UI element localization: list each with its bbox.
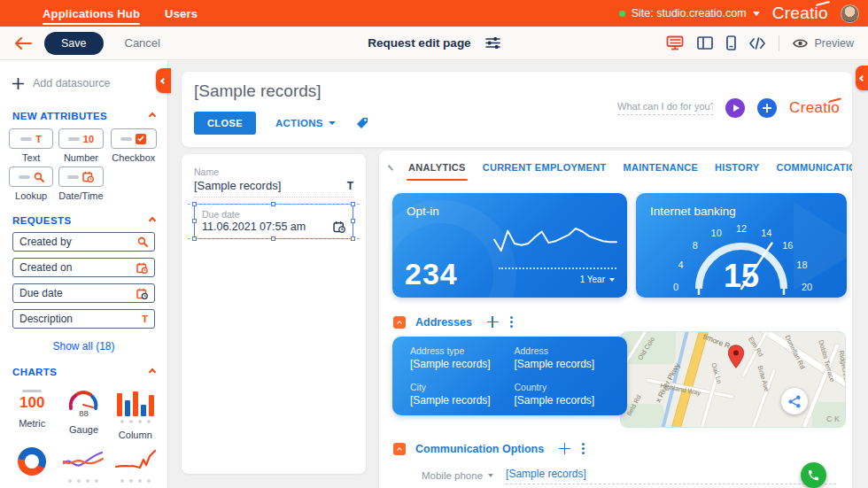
chart-tile-gauge[interactable]: 88 Gauge bbox=[60, 384, 106, 440]
collapse-section-icon[interactable] bbox=[393, 316, 406, 329]
site-selector[interactable]: Site: studio.creatio.com bbox=[619, 7, 760, 19]
tab-history[interactable]: HISTORY bbox=[715, 162, 759, 173]
name-field[interactable]: Name [Sample records] T bbox=[194, 167, 353, 198]
phone-call-fab[interactable] bbox=[801, 462, 826, 488]
page-design-canvas: [Sample records] CLOSE ACTIONS bbox=[168, 60, 868, 488]
attribute-tile-checkbox[interactable]: Checkbox bbox=[109, 128, 159, 163]
chart-tile-donut[interactable] bbox=[9, 442, 55, 483]
chart-tile-spline[interactable] bbox=[60, 442, 106, 483]
gauge-value: 15 bbox=[724, 258, 759, 294]
page-settings-icon[interactable] bbox=[485, 36, 500, 50]
more-options-icon[interactable] bbox=[508, 314, 515, 329]
close-button[interactable]: CLOSE bbox=[194, 112, 256, 135]
text-type-icon: T bbox=[142, 314, 148, 324]
attribute-tile-lookup[interactable]: Lookup bbox=[9, 167, 53, 201]
cancel-button[interactable]: Cancel bbox=[125, 36, 160, 50]
section-title: Communication Options bbox=[415, 443, 544, 455]
address-record-card[interactable]: Address type [Sample records] Address [S… bbox=[392, 337, 627, 415]
optin-line-chart-widget[interactable]: Opt-in 1 Year 234 bbox=[392, 193, 627, 298]
svg-text:4: 4 bbox=[678, 259, 684, 270]
svg-text:18: 18 bbox=[796, 259, 807, 270]
selection-handle[interactable] bbox=[192, 202, 197, 206]
attribute-tile-number[interactable]: 10 Number bbox=[58, 128, 103, 163]
map-attribution: C K bbox=[826, 414, 840, 423]
field-created-on[interactable]: Created on bbox=[12, 258, 155, 277]
chart-tile-column[interactable]: Column bbox=[112, 384, 159, 440]
tab-analytics[interactable]: ANALYTICS bbox=[408, 162, 466, 173]
field-due-date[interactable]: Due date bbox=[12, 283, 155, 303]
share-icon bbox=[788, 395, 801, 408]
assistant-input[interactable] bbox=[617, 101, 713, 115]
field-created-by[interactable]: Created by bbox=[12, 232, 155, 252]
add-address-button[interactable] bbox=[487, 316, 499, 328]
back-arrow-icon[interactable] bbox=[14, 37, 32, 50]
calendar-clock-icon bbox=[333, 221, 345, 233]
period-selector[interactable]: 1 Year bbox=[580, 275, 615, 284]
show-all-link[interactable]: Show all (18) bbox=[0, 340, 167, 352]
spline-chart-icon bbox=[63, 449, 104, 476]
tab-current-employment[interactable]: CURRENT EMPLOYMENT bbox=[483, 162, 607, 173]
user-avatar[interactable] bbox=[841, 4, 859, 23]
selection-handle[interactable] bbox=[351, 236, 355, 241]
search-icon bbox=[137, 236, 148, 247]
mobile-view-icon[interactable] bbox=[726, 35, 736, 50]
desktop-view-icon[interactable] bbox=[666, 35, 684, 50]
map-share-button[interactable] bbox=[781, 388, 808, 414]
nav-tab-applications-hub[interactable]: Applications Hub bbox=[43, 0, 140, 27]
attribute-tile-datetime[interactable]: Date/Time bbox=[58, 167, 103, 201]
more-options-icon[interactable] bbox=[580, 441, 586, 456]
play-icon bbox=[733, 105, 740, 112]
tab-maintenance[interactable]: MAINTENANCE bbox=[623, 162, 698, 173]
tag-icon[interactable] bbox=[355, 116, 369, 130]
chevron-left-icon bbox=[160, 77, 167, 83]
tab-communication-channels[interactable]: COMMUNICATION CHANNELS bbox=[776, 162, 852, 173]
sidebar-collapse-handle[interactable] bbox=[156, 68, 171, 93]
due-date-field-selected[interactable]: Due date 11.06.2021 07:55 am bbox=[194, 204, 353, 239]
channel-type-selector[interactable]: Mobile phone bbox=[422, 470, 493, 484]
address-field: Address type [Sample records] bbox=[410, 345, 515, 370]
attribute-tile-text[interactable]: T Text bbox=[9, 128, 53, 163]
communication-channel-row: Mobile phone [Sample records] bbox=[422, 468, 836, 484]
channel-value-link[interactable]: [Sample records] bbox=[506, 468, 836, 484]
chart-tile-line[interactable] bbox=[112, 442, 159, 483]
chevron-left-icon bbox=[858, 74, 864, 81]
split-view-icon[interactable] bbox=[697, 36, 713, 50]
actions-dropdown[interactable]: ACTIONS bbox=[275, 118, 336, 128]
svg-text:0: 0 bbox=[673, 282, 678, 292]
selection-handle[interactable] bbox=[271, 202, 275, 206]
selection-handle[interactable] bbox=[351, 202, 355, 206]
section-requests-header[interactable]: REQUESTS bbox=[12, 215, 155, 226]
optin-sparkline-path bbox=[494, 229, 616, 251]
section-charts-header[interactable]: CHARTS bbox=[12, 367, 155, 377]
communication-section-header: Communication Options bbox=[393, 441, 586, 456]
address-field: Address [Sample records] bbox=[515, 345, 619, 370]
selection-handle[interactable] bbox=[351, 219, 355, 223]
add-button[interactable] bbox=[757, 98, 777, 118]
selection-handle[interactable] bbox=[271, 236, 275, 241]
dots-decoration bbox=[120, 479, 151, 483]
selection-handle[interactable] bbox=[192, 219, 197, 223]
plus-icon bbox=[12, 78, 24, 89]
svg-text:20: 20 bbox=[802, 282, 812, 292]
collapse-section-icon[interactable] bbox=[393, 443, 406, 455]
tabs-scroll-left[interactable] bbox=[388, 165, 393, 170]
section-new-attributes-header[interactable]: NEW ATTRIBUTES bbox=[12, 111, 155, 121]
internet-banking-gauge-widget[interactable]: Internet banking 048101214161820 15 bbox=[636, 193, 847, 298]
save-button[interactable]: Save bbox=[44, 32, 104, 55]
field-description[interactable]: Description T bbox=[12, 309, 155, 329]
nav-tab-users[interactable]: Users bbox=[165, 0, 198, 27]
calendar-clock-icon bbox=[82, 171, 94, 182]
right-panel-collapse-handle[interactable] bbox=[856, 66, 868, 90]
add-communication-button[interactable] bbox=[559, 443, 570, 454]
add-datasource-button[interactable]: Add datasource bbox=[12, 77, 155, 89]
chart-tile-metric[interactable]: 100 Metric bbox=[9, 384, 55, 440]
code-view-icon[interactable] bbox=[749, 37, 765, 50]
phone-icon bbox=[807, 469, 820, 482]
map-pin-icon bbox=[727, 345, 745, 369]
chevron-up-icon bbox=[149, 368, 156, 376]
record-header-card: [Sample records] CLOSE ACTIONS bbox=[182, 72, 852, 147]
preview-button[interactable]: Preview bbox=[793, 37, 854, 50]
selection-handle[interactable] bbox=[192, 236, 197, 241]
assistant-run-button[interactable] bbox=[725, 98, 745, 118]
address-map[interactable]: Old Colo x River Pkwy field Rd Highland … bbox=[620, 331, 846, 428]
